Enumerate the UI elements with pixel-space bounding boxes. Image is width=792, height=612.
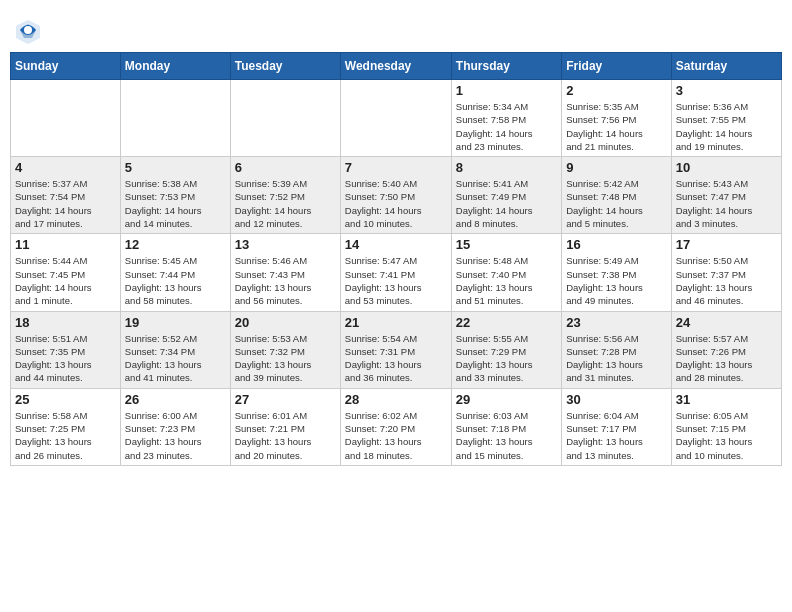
week-row-5: 25Sunrise: 5:58 AM Sunset: 7:25 PM Dayli… <box>11 388 782 465</box>
day-info: Sunrise: 5:45 AM Sunset: 7:44 PM Dayligh… <box>125 254 226 307</box>
day-info: Sunrise: 5:46 AM Sunset: 7:43 PM Dayligh… <box>235 254 336 307</box>
day-info: Sunrise: 5:53 AM Sunset: 7:32 PM Dayligh… <box>235 332 336 385</box>
day-number: 6 <box>235 160 336 175</box>
weekday-header-monday: Monday <box>120 53 230 80</box>
logo-icon <box>14 16 42 44</box>
calendar-cell: 13Sunrise: 5:46 AM Sunset: 7:43 PM Dayli… <box>230 234 340 311</box>
calendar-cell: 3Sunrise: 5:36 AM Sunset: 7:55 PM Daylig… <box>671 80 781 157</box>
calendar-cell: 24Sunrise: 5:57 AM Sunset: 7:26 PM Dayli… <box>671 311 781 388</box>
logo <box>14 16 44 44</box>
day-info: Sunrise: 5:40 AM Sunset: 7:50 PM Dayligh… <box>345 177 447 230</box>
weekday-header-row: SundayMondayTuesdayWednesdayThursdayFrid… <box>11 53 782 80</box>
calendar-cell: 20Sunrise: 5:53 AM Sunset: 7:32 PM Dayli… <box>230 311 340 388</box>
day-number: 16 <box>566 237 666 252</box>
day-number: 11 <box>15 237 116 252</box>
weekday-header-sunday: Sunday <box>11 53 121 80</box>
calendar-cell: 12Sunrise: 5:45 AM Sunset: 7:44 PM Dayli… <box>120 234 230 311</box>
calendar-cell: 30Sunrise: 6:04 AM Sunset: 7:17 PM Dayli… <box>562 388 671 465</box>
calendar-cell: 19Sunrise: 5:52 AM Sunset: 7:34 PM Dayli… <box>120 311 230 388</box>
day-info: Sunrise: 6:04 AM Sunset: 7:17 PM Dayligh… <box>566 409 666 462</box>
day-info: Sunrise: 6:02 AM Sunset: 7:20 PM Dayligh… <box>345 409 447 462</box>
week-row-4: 18Sunrise: 5:51 AM Sunset: 7:35 PM Dayli… <box>11 311 782 388</box>
day-info: Sunrise: 5:37 AM Sunset: 7:54 PM Dayligh… <box>15 177 116 230</box>
calendar-cell: 11Sunrise: 5:44 AM Sunset: 7:45 PM Dayli… <box>11 234 121 311</box>
day-number: 4 <box>15 160 116 175</box>
day-info: Sunrise: 5:52 AM Sunset: 7:34 PM Dayligh… <box>125 332 226 385</box>
day-info: Sunrise: 6:01 AM Sunset: 7:21 PM Dayligh… <box>235 409 336 462</box>
calendar-cell: 7Sunrise: 5:40 AM Sunset: 7:50 PM Daylig… <box>340 157 451 234</box>
day-info: Sunrise: 5:48 AM Sunset: 7:40 PM Dayligh… <box>456 254 557 307</box>
day-info: Sunrise: 5:51 AM Sunset: 7:35 PM Dayligh… <box>15 332 116 385</box>
day-info: Sunrise: 6:05 AM Sunset: 7:15 PM Dayligh… <box>676 409 777 462</box>
calendar-cell: 23Sunrise: 5:56 AM Sunset: 7:28 PM Dayli… <box>562 311 671 388</box>
day-number: 10 <box>676 160 777 175</box>
day-number: 15 <box>456 237 557 252</box>
calendar-cell <box>11 80 121 157</box>
day-number: 18 <box>15 315 116 330</box>
day-number: 8 <box>456 160 557 175</box>
day-number: 30 <box>566 392 666 407</box>
day-info: Sunrise: 5:47 AM Sunset: 7:41 PM Dayligh… <box>345 254 447 307</box>
calendar-cell: 14Sunrise: 5:47 AM Sunset: 7:41 PM Dayli… <box>340 234 451 311</box>
day-number: 27 <box>235 392 336 407</box>
calendar-cell: 10Sunrise: 5:43 AM Sunset: 7:47 PM Dayli… <box>671 157 781 234</box>
calendar-cell: 27Sunrise: 6:01 AM Sunset: 7:21 PM Dayli… <box>230 388 340 465</box>
calendar-cell: 31Sunrise: 6:05 AM Sunset: 7:15 PM Dayli… <box>671 388 781 465</box>
calendar-cell: 5Sunrise: 5:38 AM Sunset: 7:53 PM Daylig… <box>120 157 230 234</box>
day-number: 25 <box>15 392 116 407</box>
svg-point-2 <box>24 26 32 34</box>
weekday-header-wednesday: Wednesday <box>340 53 451 80</box>
day-info: Sunrise: 5:38 AM Sunset: 7:53 PM Dayligh… <box>125 177 226 230</box>
day-number: 9 <box>566 160 666 175</box>
calendar-cell: 21Sunrise: 5:54 AM Sunset: 7:31 PM Dayli… <box>340 311 451 388</box>
day-info: Sunrise: 5:50 AM Sunset: 7:37 PM Dayligh… <box>676 254 777 307</box>
week-row-2: 4Sunrise: 5:37 AM Sunset: 7:54 PM Daylig… <box>11 157 782 234</box>
day-info: Sunrise: 6:03 AM Sunset: 7:18 PM Dayligh… <box>456 409 557 462</box>
day-number: 28 <box>345 392 447 407</box>
day-number: 22 <box>456 315 557 330</box>
day-info: Sunrise: 6:00 AM Sunset: 7:23 PM Dayligh… <box>125 409 226 462</box>
day-info: Sunrise: 5:58 AM Sunset: 7:25 PM Dayligh… <box>15 409 116 462</box>
day-number: 7 <box>345 160 447 175</box>
day-info: Sunrise: 5:41 AM Sunset: 7:49 PM Dayligh… <box>456 177 557 230</box>
calendar-cell: 15Sunrise: 5:48 AM Sunset: 7:40 PM Dayli… <box>451 234 561 311</box>
day-number: 17 <box>676 237 777 252</box>
weekday-header-friday: Friday <box>562 53 671 80</box>
day-info: Sunrise: 5:44 AM Sunset: 7:45 PM Dayligh… <box>15 254 116 307</box>
calendar-header <box>10 10 782 44</box>
day-number: 24 <box>676 315 777 330</box>
calendar-cell: 4Sunrise: 5:37 AM Sunset: 7:54 PM Daylig… <box>11 157 121 234</box>
day-info: Sunrise: 5:34 AM Sunset: 7:58 PM Dayligh… <box>456 100 557 153</box>
week-row-3: 11Sunrise: 5:44 AM Sunset: 7:45 PM Dayli… <box>11 234 782 311</box>
day-number: 13 <box>235 237 336 252</box>
calendar-table: SundayMondayTuesdayWednesdayThursdayFrid… <box>10 52 782 466</box>
calendar-cell: 29Sunrise: 6:03 AM Sunset: 7:18 PM Dayli… <box>451 388 561 465</box>
calendar-cell: 17Sunrise: 5:50 AM Sunset: 7:37 PM Dayli… <box>671 234 781 311</box>
calendar-cell <box>230 80 340 157</box>
calendar-cell: 9Sunrise: 5:42 AM Sunset: 7:48 PM Daylig… <box>562 157 671 234</box>
calendar-cell <box>120 80 230 157</box>
day-info: Sunrise: 5:49 AM Sunset: 7:38 PM Dayligh… <box>566 254 666 307</box>
day-number: 21 <box>345 315 447 330</box>
day-number: 1 <box>456 83 557 98</box>
weekday-header-saturday: Saturday <box>671 53 781 80</box>
day-info: Sunrise: 5:36 AM Sunset: 7:55 PM Dayligh… <box>676 100 777 153</box>
day-number: 12 <box>125 237 226 252</box>
calendar-cell: 16Sunrise: 5:49 AM Sunset: 7:38 PM Dayli… <box>562 234 671 311</box>
day-info: Sunrise: 5:39 AM Sunset: 7:52 PM Dayligh… <box>235 177 336 230</box>
calendar-cell: 22Sunrise: 5:55 AM Sunset: 7:29 PM Dayli… <box>451 311 561 388</box>
day-number: 31 <box>676 392 777 407</box>
day-info: Sunrise: 5:57 AM Sunset: 7:26 PM Dayligh… <box>676 332 777 385</box>
day-number: 2 <box>566 83 666 98</box>
weekday-header-thursday: Thursday <box>451 53 561 80</box>
day-number: 26 <box>125 392 226 407</box>
week-row-1: 1Sunrise: 5:34 AM Sunset: 7:58 PM Daylig… <box>11 80 782 157</box>
calendar-cell: 6Sunrise: 5:39 AM Sunset: 7:52 PM Daylig… <box>230 157 340 234</box>
day-number: 20 <box>235 315 336 330</box>
calendar-cell: 1Sunrise: 5:34 AM Sunset: 7:58 PM Daylig… <box>451 80 561 157</box>
calendar-cell: 25Sunrise: 5:58 AM Sunset: 7:25 PM Dayli… <box>11 388 121 465</box>
day-info: Sunrise: 5:55 AM Sunset: 7:29 PM Dayligh… <box>456 332 557 385</box>
day-info: Sunrise: 5:54 AM Sunset: 7:31 PM Dayligh… <box>345 332 447 385</box>
day-number: 3 <box>676 83 777 98</box>
calendar-cell: 8Sunrise: 5:41 AM Sunset: 7:49 PM Daylig… <box>451 157 561 234</box>
